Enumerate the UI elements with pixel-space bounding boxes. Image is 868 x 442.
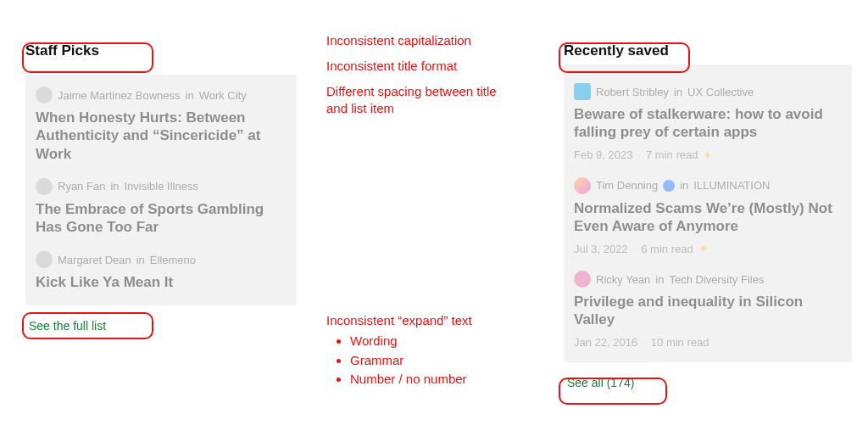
annotation-list-item: Grammar bbox=[350, 352, 530, 369]
in-label: in bbox=[110, 180, 119, 193]
list-item[interactable]: Robert Stribley in UX Collective Beware … bbox=[574, 83, 842, 162]
article-title[interactable]: Kick Like Ya Mean It bbox=[36, 273, 287, 291]
read-time: 6 min read bbox=[641, 243, 693, 255]
article-meta: Feb 9, 2023 · 7 min read ✦ bbox=[574, 148, 842, 162]
avatar-icon bbox=[36, 251, 53, 268]
annotation-list: Wording Grammar Number / no number bbox=[350, 333, 530, 388]
byline: Margaret Dean in Ellemeno bbox=[36, 251, 287, 268]
recently-saved-title: Recently saved bbox=[564, 42, 852, 59]
member-star-icon: ✦ bbox=[703, 148, 713, 162]
avatar-icon bbox=[574, 177, 591, 194]
recently-saved-section: Recently saved Robert Stribley in UX Col… bbox=[564, 42, 852, 391]
in-label: in bbox=[674, 86, 682, 98]
annotation-list-item: Number / no number bbox=[350, 371, 530, 388]
see-full-list-link[interactable]: See the full list bbox=[25, 317, 109, 334]
annotation-text: Inconsistent “expand” text bbox=[326, 312, 530, 329]
see-all-link[interactable]: See all (174) bbox=[564, 374, 637, 391]
read-time: 10 min read bbox=[651, 336, 709, 349]
date: Jan 22, 2016 bbox=[574, 336, 637, 349]
publication-name: UX Collective bbox=[687, 86, 754, 98]
annotation-list-item: Wording bbox=[350, 333, 530, 350]
publication-name: Invisible Illness bbox=[125, 180, 198, 193]
date: Jul 3, 2022 bbox=[574, 243, 628, 255]
article-title[interactable]: Privilege and inequality in Silicon Vall… bbox=[574, 293, 842, 329]
publication-name: Ellemeno bbox=[150, 254, 196, 266]
list-item[interactable]: Ryan Fan in Invisible Illness The Embrac… bbox=[36, 178, 287, 237]
annotation-text: Inconsistent capitalization bbox=[326, 32, 471, 49]
article-meta: Jan 22, 2016 · 10 min read bbox=[574, 336, 842, 349]
article-title[interactable]: Beware of stalkerware: how to avoid fall… bbox=[574, 105, 842, 142]
byline: Jaime Martinez Bowness in Work City bbox=[36, 87, 287, 104]
byline: Ryan Fan in Invisible Illness bbox=[36, 178, 287, 195]
article-meta: Jul 3, 2022 · 6 min read ✦ bbox=[574, 242, 842, 255]
author-name: Jaime Martinez Bowness bbox=[58, 89, 181, 102]
staff-picks-title: Staff Picks bbox=[25, 42, 297, 59]
publication-name: Tech Diversity Files bbox=[669, 273, 764, 286]
article-title[interactable]: When Honesty Hurts: Between Authenticity… bbox=[36, 109, 287, 163]
in-label: in bbox=[136, 254, 145, 266]
list-item[interactable]: Tim Denning in ILLUMINATION Normalized S… bbox=[574, 177, 842, 256]
publication-name: Work City bbox=[199, 89, 247, 102]
recently-saved-panel: Robert Stribley in UX Collective Beware … bbox=[564, 64, 852, 362]
staff-picks-section: Staff Picks Jaime Martinez Bowness in Wo… bbox=[25, 42, 297, 334]
in-label: in bbox=[680, 179, 688, 192]
author-name: Ricky Yean bbox=[596, 273, 650, 286]
author-name: Robert Stribley bbox=[596, 86, 669, 98]
publication-name: ILLUMINATION bbox=[693, 179, 770, 192]
avatar-icon bbox=[574, 271, 591, 288]
byline: Tim Denning in ILLUMINATION bbox=[574, 177, 842, 194]
avatar-icon bbox=[36, 87, 53, 104]
annotation-text: Different spacing between title and list… bbox=[326, 83, 513, 118]
annotation-block: Inconsistent “expand” text Wording Gramm… bbox=[326, 312, 530, 389]
list-item[interactable]: Jaime Martinez Bowness in Work City When… bbox=[36, 87, 287, 163]
avatar-icon bbox=[574, 83, 591, 100]
article-title[interactable]: The Embrace of Sports Gambling Has Gone … bbox=[36, 200, 287, 237]
staff-picks-panel: Jaime Martinez Bowness in Work City When… bbox=[25, 75, 297, 305]
dot-separator: · bbox=[643, 336, 646, 349]
byline: Robert Stribley in UX Collective bbox=[574, 83, 842, 100]
byline: Ricky Yean in Tech Diversity Files bbox=[574, 271, 842, 288]
read-time: 7 min read bbox=[646, 148, 698, 161]
annotation-text: Inconsistent title format bbox=[326, 58, 457, 75]
in-label: in bbox=[186, 89, 194, 102]
author-name: Margaret Dean bbox=[58, 254, 131, 266]
list-item[interactable]: Margaret Dean in Ellemeno Kick Like Ya M… bbox=[36, 251, 287, 291]
list-item[interactable]: Ricky Yean in Tech Diversity Files Privi… bbox=[574, 271, 842, 349]
dot-separator: · bbox=[637, 148, 641, 161]
avatar-icon bbox=[36, 178, 53, 195]
dot-separator: · bbox=[633, 243, 637, 255]
date: Feb 9, 2023 bbox=[574, 148, 632, 161]
member-star-icon: ✦ bbox=[698, 242, 709, 255]
in-label: in bbox=[655, 273, 664, 286]
verified-badge-icon bbox=[663, 180, 675, 192]
author-name: Ryan Fan bbox=[58, 180, 105, 193]
author-name: Tim Denning bbox=[596, 179, 658, 192]
article-title[interactable]: Normalized Scams We’re (Mostly) Not Even… bbox=[574, 199, 842, 236]
